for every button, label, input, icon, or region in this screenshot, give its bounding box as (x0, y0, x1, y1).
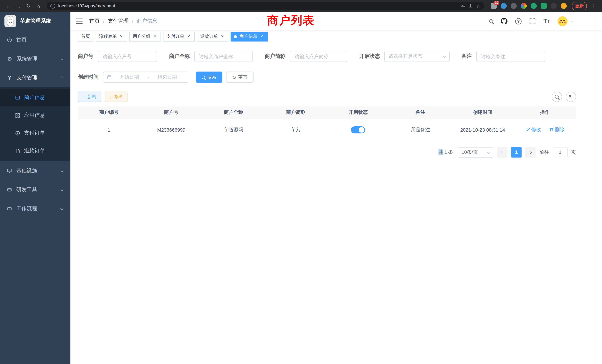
sidebar-item-pay-order[interactable]: 支付订单 (0, 124, 70, 142)
browser-extension-icon[interactable] (531, 3, 537, 9)
page-size-select[interactable]: 10条/页 (458, 147, 493, 157)
status-toggle[interactable] (351, 126, 365, 133)
close-icon[interactable]: × (259, 34, 264, 39)
sidebar-item-label: 退款订单 (24, 148, 45, 154)
url-text: localhost:1024/pay/merchant (58, 3, 457, 9)
date-range-picker[interactable]: 开始日期 - 结束日期 (103, 72, 188, 83)
sidebar-item-infrastructure[interactable]: 基础设施 (0, 161, 70, 180)
filter-label: 商户简称 (265, 53, 285, 60)
user-avatar[interactable] (558, 16, 568, 26)
gear-icon: ⚙ (7, 55, 13, 62)
sidebar-item-merchant-info[interactable]: 商户信息 (0, 89, 70, 106)
sidebar-item-label: 系统管理 (17, 55, 37, 62)
search-button[interactable]: 搜索 (196, 72, 222, 83)
browser-menu-icon[interactable]: ⋮ (589, 1, 598, 11)
delete-button[interactable]: 删除 (549, 126, 565, 133)
bookmark-star-icon[interactable]: ☆ (476, 3, 480, 9)
sidebar: 芋道管理系统 首页 ⚙ 系统管理 ¥ 支付管理 (0, 12, 70, 364)
remark-input[interactable] (476, 51, 545, 62)
goto-suffix: 页 (571, 149, 576, 156)
browser-extension-icon[interactable] (521, 3, 527, 9)
status-select[interactable]: 请选择开启状态 (384, 51, 450, 62)
page-size-value: 10条/页 (462, 149, 478, 156)
cell-merchant-no: M233666999 (140, 119, 202, 141)
extensions-puzzle-icon[interactable]: 10 (491, 3, 497, 9)
reset-button[interactable]: ↻ 重置 (226, 72, 254, 83)
cell-full-name: 芋道源码 (202, 119, 265, 141)
full-name-input[interactable] (194, 51, 253, 62)
tab-label: 用户分组 (133, 33, 150, 40)
toggle-search-button[interactable] (552, 92, 562, 102)
tab-refund-order[interactable]: 退款订单 × (197, 32, 228, 41)
payment-submenu: 商户信息 应用信息 支付订单 (0, 87, 70, 161)
site-info-icon[interactable]: i (50, 3, 55, 8)
right-toolbar: ↻ (552, 92, 576, 102)
breadcrumb-payment[interactable]: 支付管理 (108, 18, 129, 24)
tab-merchant-info[interactable]: 商户信息 × (231, 32, 268, 41)
edit-button[interactable]: 修改 (525, 126, 541, 133)
extension-badge: 10 (494, 1, 499, 5)
breadcrumb-home[interactable]: 首页 (89, 18, 100, 24)
sidebar-item-refund-order[interactable]: 退款订单 (0, 142, 70, 160)
sidebar-toggle-button[interactable] (76, 18, 83, 24)
close-icon[interactable]: × (152, 34, 158, 39)
forward-button[interactable]: → (14, 1, 23, 11)
tab-process-form[interactable]: 流程表单 × (96, 32, 127, 41)
share-icon[interactable] (468, 3, 473, 8)
back-button[interactable]: ← (4, 1, 13, 11)
export-button[interactable]: ↓ 导出 (105, 92, 128, 102)
merchant-no-input[interactable] (98, 51, 157, 62)
sidebar-item-label: 支付管理 (17, 74, 37, 81)
password-key-icon[interactable] (460, 3, 465, 9)
help-icon[interactable]: ? (515, 18, 522, 24)
browser-extension-icon[interactable] (511, 3, 517, 9)
tab-home[interactable]: 首页 (78, 32, 93, 41)
tab-user-group[interactable]: 用户分组 × (129, 32, 161, 41)
url-bar[interactable]: i localhost:1024/pay/merchant ☆ (47, 2, 484, 10)
col-created-at: 创建时间 (452, 106, 514, 119)
browser-update-button[interactable]: 更新 (572, 2, 587, 10)
trash-icon (549, 127, 554, 132)
sidebar-item-home[interactable]: 首页 (0, 30, 70, 49)
close-icon[interactable]: × (119, 34, 124, 39)
sidebar-item-payment[interactable]: ¥ 支付管理 (0, 68, 70, 87)
breadcrumb-current: 商户信息 (137, 18, 158, 24)
reload-button[interactable]: ↻ (24, 1, 33, 11)
grid-icon (15, 113, 20, 118)
sidebar-item-app-info[interactable]: 应用信息 (0, 106, 70, 124)
refresh-table-button[interactable]: ↻ (566, 92, 576, 102)
browser-profile-icon[interactable] (561, 3, 567, 9)
font-size-icon[interactable]: TT (543, 18, 550, 24)
fullscreen-icon[interactable] (529, 18, 536, 24)
browser-extension-icon[interactable] (501, 3, 507, 9)
user-caret-icon[interactable] (570, 20, 574, 23)
filter-label: 开启状态 (359, 53, 380, 60)
app-logo: 芋道管理系统 (0, 12, 70, 30)
close-icon[interactable]: × (220, 34, 225, 39)
sidebar-menu: 首页 ⚙ 系统管理 ¥ 支付管理 (0, 30, 70, 218)
briefcase-icon (7, 206, 12, 211)
chevron-down-icon (443, 55, 446, 58)
short-name-input[interactable] (290, 51, 347, 62)
next-page-button[interactable] (525, 147, 536, 157)
chevron-down-icon (60, 188, 64, 191)
add-button[interactable]: + 新增 (78, 92, 101, 102)
browser-extension-icon[interactable] (551, 3, 557, 9)
end-date-placeholder: 结束日期 (150, 74, 185, 80)
table-header-row: 商户编号 商户号 商户全称 商户简称 开启状态 备注 创建时间 操作 (78, 106, 576, 119)
sidebar-item-system[interactable]: ⚙ 系统管理 (0, 49, 70, 68)
pagination: 共1条 10条/页 1 前往 页 (78, 147, 576, 157)
sidebar-item-workflow[interactable]: 工作流程 (0, 199, 70, 218)
search-icon[interactable] (489, 19, 493, 23)
page-1-button[interactable]: 1 (511, 147, 522, 157)
navbar-actions: ? TT (489, 16, 573, 26)
home-button[interactable]: ⌂ (34, 1, 43, 11)
tab-pay-order[interactable]: 支付订单 × (163, 32, 195, 41)
goto-page-input[interactable] (553, 147, 568, 157)
browser-extension-icon[interactable] (541, 3, 547, 9)
github-icon[interactable] (501, 18, 507, 24)
close-icon[interactable]: × (186, 34, 191, 39)
sidebar-item-dev-tools[interactable]: 研发工具 (0, 180, 70, 199)
col-merchant-no: 商户号 (140, 106, 202, 119)
prev-page-button[interactable] (497, 147, 507, 157)
